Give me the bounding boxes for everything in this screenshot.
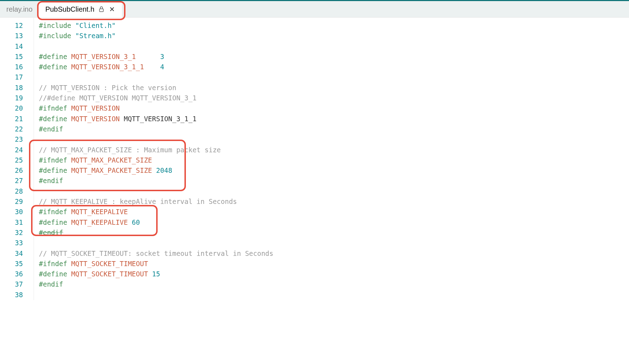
code-line[interactable]: #define MQTT_MAX_PACKET_SIZE 2048	[39, 165, 629, 176]
line-number: 14	[0, 41, 23, 52]
code-line[interactable]: #include "Client.h"	[39, 20, 629, 31]
code-content[interactable]: #include "Client.h"#include "Stream.h" #…	[34, 18, 629, 300]
tab-relay-ino[interactable]: relay.ino	[0, 1, 39, 17]
code-line[interactable]: #endif	[39, 176, 629, 186]
code-line[interactable]: #ifndef MQTT_KEEPALIVE	[39, 207, 629, 217]
code-line[interactable]	[39, 238, 629, 248]
code-line[interactable]: // MQTT_MAX_PACKET_SIZE : Maximum packet…	[39, 145, 629, 155]
line-number-gutter: 1213141516171819202122232425262728293031…	[0, 18, 34, 300]
code-line[interactable]: #define MQTT_KEEPALIVE 60	[39, 217, 629, 228]
line-number: 17	[0, 72, 23, 82]
code-line[interactable]: #ifndef MQTT_SOCKET_TIMEOUT	[39, 259, 629, 269]
line-number: 23	[0, 134, 23, 145]
line-number: 37	[0, 279, 23, 289]
tab-label: relay.ino	[6, 5, 33, 13]
line-number: 31	[0, 217, 23, 228]
code-line[interactable]: // MQTT_SOCKET_TIMEOUT: socket timeout i…	[39, 248, 629, 259]
line-number: 29	[0, 196, 23, 207]
line-number: 16	[0, 62, 23, 72]
line-number: 26	[0, 165, 23, 176]
code-editor[interactable]: 1213141516171819202122232425262728293031…	[0, 18, 629, 300]
code-line[interactable]: #define MQTT_VERSION_3_1_1 4	[39, 62, 629, 72]
close-icon[interactable]	[108, 6, 116, 13]
code-line[interactable]: #endif	[39, 279, 629, 289]
code-line[interactable]: // MQTT_VERSION : Pick the version	[39, 83, 629, 93]
line-number: 33	[0, 238, 23, 248]
line-number: 25	[0, 155, 23, 165]
code-line[interactable]	[39, 186, 629, 196]
code-line[interactable]: #define MQTT_VERSION MQTT_VERSION_3_1_1	[39, 114, 629, 124]
line-number: 15	[0, 52, 23, 62]
tab-label: PubSubClient.h	[45, 5, 94, 13]
line-number: 38	[0, 290, 23, 300]
line-number: 36	[0, 269, 23, 279]
code-line[interactable]: #include "Stream.h"	[39, 31, 629, 41]
code-line[interactable]: #endif	[39, 124, 629, 134]
code-line[interactable]	[39, 72, 629, 82]
code-line[interactable]	[39, 41, 629, 52]
code-line[interactable]: //#define MQTT_VERSION MQTT_VERSION_3_1	[39, 93, 629, 103]
line-number: 32	[0, 228, 23, 238]
code-line[interactable]	[39, 134, 629, 145]
code-line[interactable]: #ifndef MQTT_VERSION	[39, 103, 629, 113]
lock-icon	[98, 6, 105, 13]
line-number: 18	[0, 83, 23, 93]
line-number: 13	[0, 31, 23, 41]
line-number: 22	[0, 124, 23, 134]
line-number: 20	[0, 103, 23, 113]
line-number: 35	[0, 259, 23, 269]
code-line[interactable]: #define MQTT_VERSION_3_1 3	[39, 52, 629, 62]
code-line[interactable]	[39, 290, 629, 300]
code-line[interactable]: #ifndef MQTT_MAX_PACKET_SIZE	[39, 155, 629, 165]
line-number: 12	[0, 20, 23, 31]
code-line[interactable]: #endif	[39, 228, 629, 238]
code-line[interactable]: #define MQTT_SOCKET_TIMEOUT 15	[39, 269, 629, 279]
line-number: 27	[0, 176, 23, 186]
line-number: 24	[0, 145, 23, 155]
line-number: 30	[0, 207, 23, 217]
tab-pubsubclient-h[interactable]: PubSubClient.h	[39, 1, 122, 17]
svg-rect-0	[100, 9, 104, 12]
line-number: 21	[0, 114, 23, 124]
line-number: 34	[0, 248, 23, 259]
tab-bar: relay.ino PubSubClient.h	[0, 1, 629, 18]
line-number: 19	[0, 93, 23, 103]
code-line[interactable]: // MQTT_KEEPALIVE : keepAlive interval i…	[39, 196, 629, 207]
line-number: 28	[0, 186, 23, 196]
